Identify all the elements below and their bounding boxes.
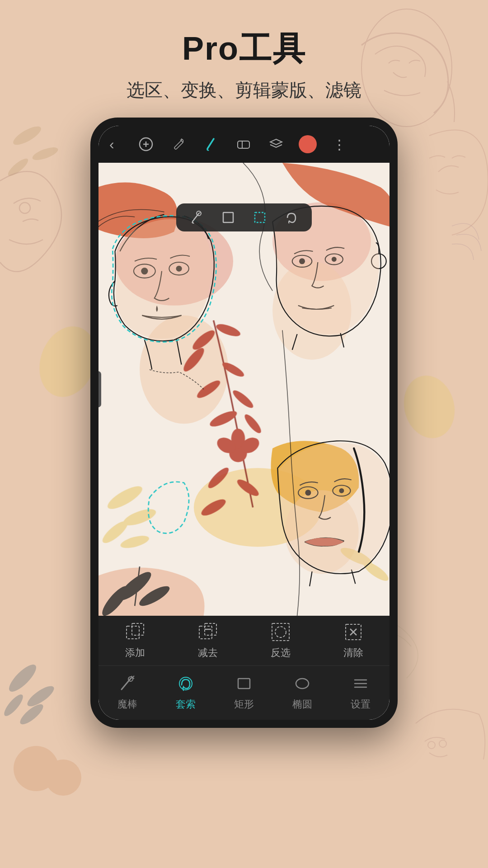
svg-rect-21 [223, 212, 233, 222]
lasso-select-tool[interactable] [284, 210, 299, 225]
svg-point-9 [428, 741, 435, 749]
magic-select-tool[interactable] [189, 210, 204, 225]
nav-settings[interactable]: 设置 [351, 675, 371, 711]
svg-point-10 [439, 740, 446, 747]
side-handle[interactable] [99, 371, 101, 407]
nav-lasso-label: 套索 [176, 698, 196, 711]
device-mockup: ‹ [90, 118, 398, 728]
layers-button[interactable] [266, 134, 286, 154]
svg-rect-18 [238, 141, 249, 148]
subtract-selection-label: 减去 [198, 646, 218, 660]
magic-wand-icon [119, 675, 136, 695]
ellipse-icon [294, 675, 311, 695]
svg-line-77 [122, 679, 131, 689]
more-button[interactable]: ⋮ [329, 134, 349, 154]
nav-magic-wand[interactable]: 魔棒 [117, 675, 137, 711]
svg-point-12 [45, 760, 81, 796]
app-toolbar: ‹ [99, 126, 389, 163]
svg-rect-68 [132, 623, 144, 635]
svg-rect-72 [272, 623, 289, 641]
svg-point-4 [19, 203, 30, 213]
nav-lasso[interactable]: 套索 [176, 675, 196, 711]
invert-selection-button[interactable]: 反选 [270, 622, 291, 660]
rectangle-icon [235, 675, 253, 695]
back-button[interactable]: ‹ [109, 136, 114, 153]
nav-ellipse-label: 椭圆 [292, 698, 312, 711]
svg-point-84 [296, 679, 309, 689]
free-select-tool[interactable] [252, 210, 267, 225]
page-subtitle: 选区、变换、剪辑蒙版、滤镜 [0, 78, 488, 103]
nav-magic-wand-label: 魔棒 [117, 698, 137, 711]
clear-selection-button[interactable]: 清除 [343, 622, 364, 660]
eraser-button[interactable] [234, 134, 253, 154]
svg-point-6 [24, 683, 56, 710]
page-title: Pro工具 [0, 27, 488, 71]
svg-point-2 [31, 145, 59, 162]
svg-point-3 [6, 156, 30, 179]
svg-point-8 [17, 701, 46, 727]
brush-button[interactable] [201, 134, 221, 154]
wrench-button[interactable] [169, 134, 188, 154]
subtract-selection-button[interactable]: 减去 [197, 622, 218, 660]
svg-point-7 [1, 692, 26, 719]
svg-point-14 [397, 370, 461, 444]
svg-point-11 [14, 746, 59, 791]
svg-point-73 [275, 627, 286, 637]
sub-toolbar [176, 203, 312, 231]
invert-selection-label: 反选 [271, 646, 291, 660]
settings-icon [352, 675, 369, 695]
svg-rect-67 [127, 626, 139, 639]
svg-rect-83 [238, 679, 250, 689]
add-selection-button[interactable]: 添加 [125, 622, 145, 660]
lasso-icon [177, 675, 194, 695]
add-button[interactable] [136, 134, 156, 154]
svg-rect-69 [199, 626, 212, 639]
nav-rectangle-label: 矩形 [234, 698, 254, 711]
clear-selection-label: 清除 [343, 646, 363, 660]
color-picker-button[interactable] [299, 135, 317, 153]
device-screen: ‹ [99, 126, 389, 720]
bottom-nav: 魔棒 套索 [99, 665, 389, 720]
page-header: Pro工具 选区、变换、剪辑蒙版、滤镜 [0, 27, 488, 103]
nav-ellipse[interactable]: 椭圆 [292, 675, 312, 711]
device-frame: ‹ [90, 118, 398, 728]
nav-settings-label: 设置 [351, 698, 371, 711]
svg-point-1 [11, 123, 44, 148]
canvas-area[interactable] [99, 163, 389, 616]
add-selection-label: 添加 [125, 646, 145, 660]
nav-rectangle[interactable]: 矩形 [234, 675, 254, 711]
svg-point-5 [5, 661, 40, 695]
svg-rect-22 [255, 212, 265, 222]
selection-bar: 添加 减去 反选 [99, 616, 389, 665]
rect-select-tool[interactable] [221, 210, 236, 225]
